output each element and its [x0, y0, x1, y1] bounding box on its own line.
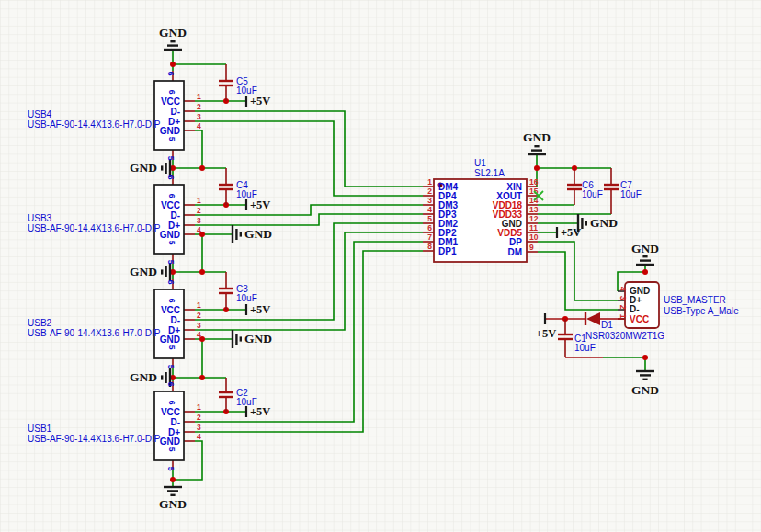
c5-value-label[interactable]: 10uF [236, 85, 257, 96]
v5-net-label[interactable]: +5V [536, 327, 556, 340]
u1-pin-number: 6 [427, 223, 432, 232]
u1-pin-dm: DM [507, 247, 522, 257]
usb1-part-label[interactable]: USB-AF-90-14.4X13.6-H7.0-DIP [28, 434, 161, 444]
gnd-net-label[interactable]: GND [159, 26, 187, 40]
gnd-net-label[interactable]: GND [631, 383, 659, 397]
usb3-pin-number: 1 [197, 196, 201, 205]
usb2-pin-gnd: GND [160, 334, 180, 345]
usb2-shield-number: 5 [167, 345, 176, 350]
c4-value-label[interactable]: 10uF [236, 189, 257, 199]
usb4-ref-label[interactable]: USB4 [28, 109, 52, 119]
usb-master-part-label[interactable]: USB-Type A_Male [664, 306, 739, 316]
v5-net-label[interactable]: +5V [250, 405, 270, 418]
usb1-pin-number: 2 [197, 413, 201, 422]
gnd-net-label[interactable]: GND [130, 370, 157, 384]
usb4-pin-number: 1 [197, 92, 201, 101]
usb3-ref-label[interactable]: USB3 [28, 213, 52, 223]
usb3-pin-number: 3 [197, 216, 201, 225]
u1-pin-number: 7 [427, 232, 432, 242]
u1-pin-dp1: DP1 [438, 246, 457, 256]
gnd-net-label[interactable]: GND [130, 161, 157, 175]
u1-pin-number: 10 [529, 232, 539, 242]
usb1-shield-number: 5 [166, 467, 176, 471]
gnd-net-label[interactable]: GND [244, 332, 272, 345]
usb3-pin-gnd: GND [160, 230, 180, 240]
gnd-net-label[interactable]: GND [159, 497, 187, 511]
usb-master-pin-number: 3 [619, 296, 628, 300]
usb4-pin-dm: D- [170, 107, 180, 117]
usb2-part-label[interactable]: USB-AF-90-14.4X13.6-H7.0-DIP [28, 328, 161, 338]
u1-pin-number: 8 [427, 242, 432, 251]
usb3-pin-vcc: VCC [161, 200, 180, 210]
usb1-pin-number: 3 [197, 423, 201, 432]
u1-pin-number: 9 [529, 243, 534, 252]
usb3-pin-number: 4 [197, 225, 201, 234]
usb2-pin-number: 3 [197, 321, 201, 330]
usb3-shield-number: 5 [166, 260, 176, 265]
usb4-pin-number: 3 [197, 112, 201, 121]
usb4-pin-gnd: GND [160, 126, 180, 136]
schematic-svg: GND GND GND GND GND GND GND GND GND GND … [0, 0, 761, 532]
usb2-pin-number: 4 [197, 330, 201, 339]
v5-net-label[interactable]: +5V [250, 303, 270, 316]
usb2-shield-number: 6 [166, 280, 176, 285]
usb4-pin-number: 2 [197, 102, 201, 111]
u1-pin-number: 16 [529, 177, 539, 187]
v5-net-label[interactable]: +5V [250, 95, 270, 108]
usb1-pin-vcc: VCC [161, 407, 180, 417]
usb3-shield-number: 5 [167, 241, 176, 245]
v5-net-label[interactable]: +5V [250, 198, 270, 211]
d1-ref-label[interactable]: D1 [601, 320, 613, 330]
usb2-ref-label[interactable]: USB2 [28, 318, 52, 328]
u1-pin-number: 11 [529, 223, 538, 232]
c1-value-label[interactable]: 10uF [574, 343, 596, 353]
usb1-pin-gnd: GND [160, 436, 180, 447]
d1-part-label[interactable]: NSR0320MW2T1G [585, 331, 664, 341]
u1-pin-number: 5 [427, 214, 432, 223]
c7-value-label[interactable]: 10uF [620, 189, 642, 199]
usb-master-pin-dm: D- [630, 304, 640, 314]
c2-value-label[interactable]: 10uF [236, 397, 257, 407]
schematic-canvas: GND GND GND GND GND GND GND GND GND GND … [0, 0, 761, 532]
usb2-shield-number: 5 [166, 365, 176, 369]
usb2-pin-number: 1 [197, 300, 201, 310]
usb1-shield-number: 5 [167, 447, 176, 452]
gnd-net-label[interactable]: GND [590, 216, 618, 230]
v5-net-label[interactable]: +5V [561, 226, 581, 239]
usb1-ref-label[interactable]: USB1 [28, 424, 52, 434]
usb4-pin-number: 4 [197, 121, 201, 130]
u1-pin-number: 3 [427, 196, 432, 205]
u1-pin-dp: DP [509, 237, 522, 247]
u1-value-label[interactable]: SL2.1A [474, 168, 505, 178]
usb4-pin-vcc: VCC [161, 96, 180, 107]
usb3-shield-number: 6 [166, 175, 176, 180]
usb3-shield-number: 6 [167, 194, 176, 198]
usb2-pin-dm: D- [170, 315, 180, 325]
usb-master-pin-number: 4 [619, 287, 628, 291]
usb4-shield-number: 5 [167, 137, 176, 141]
c3-value-label[interactable]: 10uF [236, 293, 257, 303]
usb-master-ref-label[interactable]: USB_MASTER [664, 295, 726, 305]
u1-pin-number: 12 [529, 214, 539, 223]
usb-master-pin-number: 2 [619, 305, 628, 310]
u1-ref-label[interactable]: U1 [474, 158, 486, 168]
u1-pin-number: 13 [529, 205, 539, 214]
c6-value-label[interactable]: 10uF [582, 189, 603, 199]
gnd-net-label[interactable]: GND [130, 265, 157, 278]
usb3-pin-dm: D- [170, 210, 180, 221]
grid-overlay [0, 0, 761, 532]
usb2-pin-vcc: VCC [161, 305, 180, 315]
usb4-shield-number: 5 [166, 156, 176, 161]
u1-pin-number: 2 [427, 187, 432, 196]
gnd-net-label[interactable]: GND [244, 227, 272, 241]
u1-pin-number: 1 [427, 177, 432, 187]
gnd-net-label[interactable]: GND [631, 242, 659, 255]
usb1-shield-number: 6 [166, 382, 176, 387]
gnd-net-label[interactable]: GND [523, 130, 551, 144]
usb4-shield-number: 6 [167, 90, 176, 95]
usb2-shield-number: 6 [167, 299, 176, 303]
usb4-part-label[interactable]: USB-AF-90-14.4X13.6-H7.0-DIP [28, 119, 161, 130]
usb-master-pin-vcc: VCC [630, 314, 649, 324]
usb-master-pin-number: 1 [619, 314, 628, 319]
usb3-part-label[interactable]: USB-AF-90-14.4X13.6-H7.0-DIP [28, 223, 161, 233]
